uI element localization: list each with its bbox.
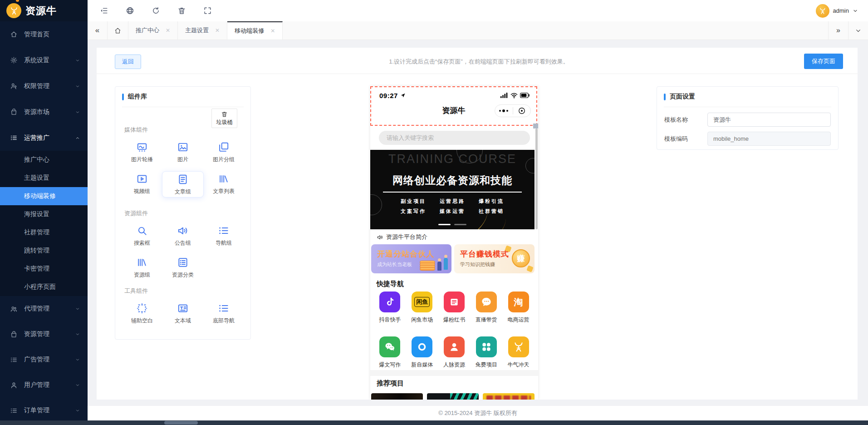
settings-field-row: 模板编码	[664, 132, 831, 146]
resize-handle[interactable]	[533, 124, 538, 128]
sidebar-item-0[interactable]: 管理首页	[0, 21, 88, 47]
sidebar-submenu: 推广中心主题设置移动端装修海报设置社群管理跳转管理卡密管理小程序页面	[0, 151, 88, 296]
component-image-group[interactable]: 图片分组	[203, 139, 244, 166]
component-blank[interactable]: 辅助空白	[122, 301, 162, 327]
component-textarea[interactable]: 文本域	[162, 301, 203, 327]
tab-close-icon[interactable]: ✕	[270, 28, 275, 34]
image-group-icon	[218, 141, 230, 153]
tab-home[interactable]	[108, 21, 128, 40]
tab-close-icon[interactable]: ✕	[215, 27, 220, 34]
project-thumbnail[interactable]	[483, 393, 535, 400]
component-books[interactable]: 资源组	[122, 255, 162, 281]
phone-scrollbar[interactable]	[535, 128, 538, 229]
library-section-label: 工具组件	[124, 287, 250, 295]
admin-menu[interactable]: admin	[816, 4, 868, 18]
sidebar-item-9[interactable]: 订单管理	[0, 398, 88, 423]
quick-nav-app-2[interactable]: 爆粉红书	[438, 292, 471, 324]
settings-input-1[interactable]	[707, 132, 831, 146]
sidebar-subitem-3[interactable]: 海报设置	[0, 205, 88, 223]
refresh	[152, 6, 160, 15]
sidebar-item-5[interactable]: 代理管理	[0, 296, 88, 321]
sidebar-item-8[interactable]: 用户管理	[0, 372, 88, 398]
page-settings-panel: 页面设置 模板名称模板编码	[657, 86, 839, 150]
sidebar-item-6[interactable]: 资源管理	[0, 321, 88, 347]
trash-button[interactable]	[177, 6, 186, 15]
component-label: 资源组	[134, 271, 150, 279]
close-circle-icon[interactable]	[513, 107, 531, 115]
tabs-scroll-right-button[interactable]: »	[828, 21, 848, 40]
settings-input-0[interactable]	[707, 113, 831, 127]
tabs-scroll-left-button[interactable]: «	[88, 21, 108, 40]
sidebar-item-2[interactable]: 权限管理	[0, 73, 88, 99]
collapse-menu-button[interactable]	[100, 6, 108, 15]
trash-drop-target[interactable]: 垃圾桶	[211, 109, 237, 128]
notice-bar[interactable]: 资源牛平台简介	[377, 232, 427, 242]
sidebar-item-label: 运营推广	[24, 134, 49, 142]
promo-card-partner[interactable]: 开通分站合伙人 成为站长当老板	[371, 244, 451, 273]
sidebar-logo[interactable]: 资源牛	[0, 0, 88, 21]
quick-nav-app-5[interactable]: 爆文写作	[374, 336, 406, 369]
phone-header-dashed-zone[interactable]: 09:27 资源牛	[370, 86, 537, 126]
quick-nav-app-1[interactable]: 闲鱼闲鱼市场	[406, 292, 438, 324]
tabs-menu-button[interactable]	[848, 21, 868, 40]
globe-button[interactable]	[126, 6, 134, 15]
sidebar-subitem-1[interactable]: 主题设置	[0, 169, 88, 187]
sidebar-subitem-0[interactable]: 推广中心	[0, 151, 88, 169]
recommend-title: 推荐项目	[377, 379, 404, 388]
quick-nav-app-9[interactable]: 牛气冲天	[502, 336, 535, 369]
tab-bar: « 推广中心✕主题设置✕移动端装修✕ »	[88, 21, 868, 40]
quick-nav-app-3[interactable]: 直播带货	[470, 292, 502, 324]
component-image[interactable]: 图片	[162, 139, 203, 166]
sidebar-subitem-2[interactable]: 移动端装修	[0, 187, 88, 205]
sidebar-item-label: 权限管理	[24, 82, 49, 90]
banner-carousel[interactable]: TRAINING COURSE 网络创业必备资源和技能 副业项目运营思路爆粉引流…	[370, 150, 535, 229]
quick-nav-title: 快捷导航	[377, 280, 404, 288]
component-label: 资源分类	[172, 271, 194, 279]
refresh-button[interactable]	[152, 6, 160, 15]
sidebar-item-label: 代理管理	[24, 305, 49, 313]
sidebar-item-1[interactable]: 系统设置	[0, 47, 88, 73]
sidebar-item-label: 管理首页	[24, 30, 49, 39]
sidebar-item-4[interactable]: 运营推广	[0, 125, 88, 151]
horizontal-scrollbar[interactable]	[0, 420, 868, 425]
tab-1[interactable]: 主题设置✕	[178, 21, 227, 40]
chevron-down	[75, 109, 80, 115]
speaker-icon	[377, 234, 383, 241]
tab-0[interactable]: 推广中心✕	[128, 21, 178, 40]
save-page-button[interactable]: 保存页面	[804, 54, 843, 69]
gear-icon	[10, 56, 18, 64]
tab-close-icon[interactable]: ✕	[166, 27, 170, 34]
list-icon	[10, 356, 18, 364]
sidebar-subitem-7[interactable]: 小程序页面	[0, 278, 88, 296]
component-article-list[interactable]: 文章列表	[204, 171, 244, 198]
wechat-icon	[379, 336, 400, 357]
tab-2[interactable]: 移动端装修✕	[227, 21, 283, 40]
component-video[interactable]: 视频组	[122, 171, 162, 198]
fullscreen-button[interactable]	[203, 6, 212, 15]
component-bottom-nav[interactable]: 底部导航	[203, 301, 244, 327]
quick-nav-app-8[interactable]: 免费项目	[470, 336, 502, 369]
quick-nav-app-4[interactable]: 淘电商运营	[502, 292, 535, 324]
project-thumbnail[interactable]	[427, 393, 479, 400]
project-thumbnail[interactable]	[371, 393, 423, 400]
quick-nav-app-0[interactable]: 抖音快手	[374, 292, 406, 324]
component-carousel[interactable]: 图片轮播	[122, 139, 162, 166]
phone-search-box[interactable]: 请输入关键字搜索	[379, 131, 530, 145]
miniapp-capsule[interactable]	[495, 104, 531, 117]
more-icon[interactable]	[495, 109, 513, 112]
sidebar-item-7[interactable]: 广告管理	[0, 347, 88, 372]
component-article[interactable]: 文章组	[162, 171, 203, 198]
promo-card-earn[interactable]: 平台赚钱模式 学习知识把钱赚 赚	[454, 244, 535, 273]
component-search[interactable]: 搜索框	[122, 223, 162, 249]
component-horn[interactable]: 公告组	[162, 223, 203, 249]
component-category[interactable]: 资源分类	[162, 255, 203, 281]
scrollbar-thumb[interactable]	[164, 421, 198, 425]
quick-nav-app-7[interactable]: 人脉资源	[438, 336, 471, 369]
sidebar-item-3[interactable]: 资源市场	[0, 99, 88, 125]
sidebar-subitem-4[interactable]: 社群管理	[0, 223, 88, 242]
sidebar-subitem-6[interactable]: 卡密管理	[0, 260, 88, 278]
quick-nav-app-6[interactable]: 新自媒体	[406, 336, 438, 369]
tab-label: 推广中心	[136, 26, 159, 35]
component-nav-list[interactable]: 导航组	[203, 223, 244, 249]
sidebar-subitem-5[interactable]: 跳转管理	[0, 242, 88, 260]
